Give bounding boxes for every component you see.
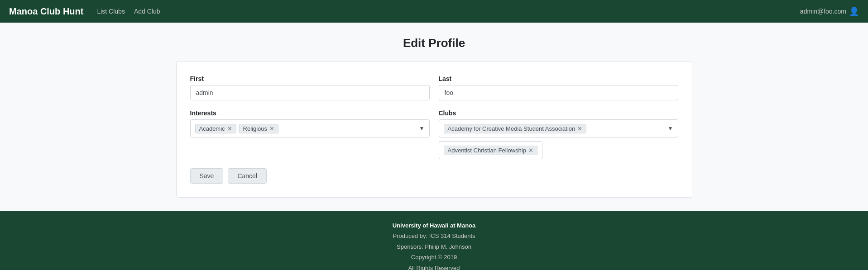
tag-religious-label: Religious (243, 125, 267, 132)
tag-religious: Religious ✕ (239, 124, 278, 133)
clubs-dropdown-arrow[interactable]: ▼ (668, 125, 673, 132)
footer-rights: All Rights Reserved (9, 263, 859, 270)
nav-link-add-club[interactable]: Add Club (134, 8, 160, 15)
tag-academic-remove[interactable]: ✕ (227, 126, 232, 132)
tag-academic: Academic ✕ (195, 124, 236, 133)
nav-right: admin@foo.com 👤 (800, 6, 859, 16)
clubs-group: Clubs Academy for Creative Media Student… (439, 109, 678, 159)
last-name-group: Last (439, 75, 678, 100)
name-row: First Last (190, 75, 678, 100)
interests-group: Interests Academic ✕ Religious ✕ ▼ (190, 109, 430, 159)
tag-acf-remove[interactable]: ✕ (528, 147, 533, 153)
interests-dropdown-arrow[interactable]: ▼ (419, 125, 425, 132)
tag-academic-label: Academic (199, 125, 225, 132)
form-buttons: Save Cancel (190, 168, 678, 184)
footer-sponsors: Sponsors: Philip M. Johnson (9, 242, 859, 252)
footer-produced: Produced by: ICS 314 Students (9, 231, 859, 241)
nav-left: Manoa Club Hunt List Clubs Add Club (9, 6, 160, 17)
interests-clubs-row: Interests Academic ✕ Religious ✕ ▼ Clubs (190, 109, 678, 159)
tag-acmsa: Academy for Creative Media Student Assoc… (444, 124, 587, 133)
interests-tag-select[interactable]: Academic ✕ Religious ✕ ▼ (190, 119, 430, 137)
footer: University of Hawaii at Manoa Produced b… (0, 211, 868, 270)
tag-acmsa-remove[interactable]: ✕ (577, 126, 582, 132)
user-icon: 👤 (849, 6, 859, 16)
save-button[interactable]: Save (190, 168, 224, 184)
interests-label: Interests (190, 109, 430, 117)
tag-acmsa-label: Academy for Creative Media Student Assoc… (448, 125, 575, 132)
main-content: Edit Profile First Last Interests Academ… (0, 23, 868, 211)
tag-acf-label: Adventist Christian Fellowship (448, 147, 526, 154)
last-name-input[interactable] (439, 85, 678, 100)
edit-profile-card: First Last Interests Academic ✕ Reli (176, 61, 692, 198)
tag-acf: Adventist Christian Fellowship ✕ (444, 146, 537, 155)
page-title: Edit Profile (9, 36, 859, 50)
nav-links: List Clubs Add Club (97, 8, 160, 15)
clubs-label: Clubs (439, 109, 678, 117)
tag-religious-remove[interactable]: ✕ (269, 126, 274, 132)
first-name-group: First (190, 75, 430, 100)
footer-copyright: Copyright © 2019 (9, 252, 859, 262)
footer-university: University of Hawaii at Manoa (9, 220, 859, 231)
first-name-input[interactable] (190, 85, 430, 100)
nav-brand[interactable]: Manoa Club Hunt (9, 6, 83, 17)
last-name-label: Last (439, 75, 678, 82)
clubs-tag-select-2[interactable]: Adventist Christian Fellowship ✕ (439, 141, 542, 159)
user-email: admin@foo.com (800, 8, 846, 15)
navbar: Manoa Club Hunt List Clubs Add Club admi… (0, 0, 868, 23)
cancel-button[interactable]: Cancel (228, 168, 267, 184)
first-name-label: First (190, 75, 430, 82)
clubs-tag-select[interactable]: Academy for Creative Media Student Assoc… (439, 119, 678, 137)
nav-link-list-clubs[interactable]: List Clubs (97, 8, 125, 15)
